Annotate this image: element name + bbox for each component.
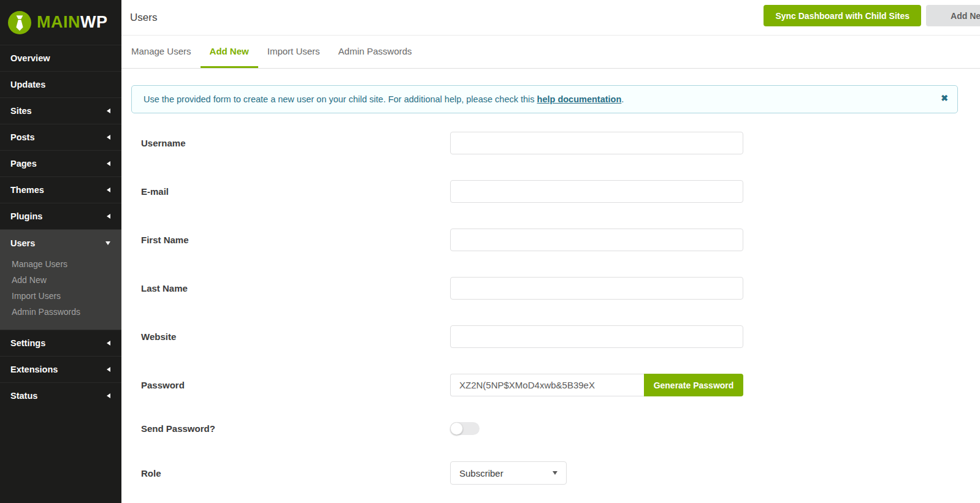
sidebar-item-overview[interactable]: Overview xyxy=(0,45,121,71)
first-name-label: First Name xyxy=(131,235,450,245)
role-dropdown[interactable]: Subscriber xyxy=(450,461,567,485)
sidebar-item-label: Users xyxy=(10,238,35,248)
role-label: Role xyxy=(131,468,450,478)
sidebar-item-status[interactable]: Status xyxy=(0,382,121,409)
last-name-field[interactable] xyxy=(450,277,743,300)
sidebar-item-label: Posts xyxy=(10,132,35,142)
chevron-left-icon xyxy=(107,187,110,192)
role-selected-value: Subscriber xyxy=(459,468,503,478)
sidebar-subitem-admin-passwords[interactable]: Admin Passwords xyxy=(0,304,121,320)
website-field[interactable] xyxy=(450,325,743,348)
sidebar-item-updates[interactable]: Updates xyxy=(0,71,121,97)
sidebar-item-extensions[interactable]: Extensions xyxy=(0,356,121,382)
sidebar-item-pages[interactable]: Pages xyxy=(0,150,121,176)
email-label: E-mail xyxy=(131,186,450,197)
brand-name: MAINWP xyxy=(37,13,108,32)
sidebar: MAINWP Overview Updates Sites Posts Page… xyxy=(0,0,121,503)
page-title: Users xyxy=(130,12,157,24)
tab-import-users[interactable]: Import Users xyxy=(258,36,329,68)
form-row-send-password: Send Password? xyxy=(131,422,958,435)
sidebar-item-posts[interactable]: Posts xyxy=(0,124,121,150)
sidebar-item-label: Updates xyxy=(10,80,45,89)
sidebar-item-settings[interactable]: Settings xyxy=(0,330,121,356)
add-user-form: Username E-mail First Name Last Name Web… xyxy=(131,132,958,485)
generate-password-button[interactable]: Generate Password xyxy=(644,374,743,396)
chevron-left-icon xyxy=(107,108,110,113)
sidebar-item-sites[interactable]: Sites xyxy=(0,97,121,124)
email-field[interactable] xyxy=(450,180,743,203)
chevron-left-icon xyxy=(107,341,110,346)
chevron-down-icon xyxy=(105,241,110,245)
sidebar-item-label: Sites xyxy=(10,106,32,116)
form-row-password: Password Generate Password xyxy=(131,374,958,396)
add-new-button[interactable]: Add New xyxy=(926,5,980,26)
first-name-field[interactable] xyxy=(450,229,743,251)
tab-bar: Manage Users Add New Import Users Admin … xyxy=(121,36,980,69)
sidebar-subitem-import-users[interactable]: Import Users xyxy=(0,288,121,304)
website-label: Website xyxy=(131,331,450,342)
chevron-left-icon xyxy=(107,135,110,140)
help-documentation-link[interactable]: help documentation xyxy=(537,94,622,104)
sidebar-item-label: Plugins xyxy=(10,211,42,221)
send-password-toggle[interactable] xyxy=(450,422,480,435)
send-password-label: Send Password? xyxy=(131,423,450,434)
main-content: Users Sync Dashboard with Child Sites Ad… xyxy=(121,0,980,485)
tab-add-new[interactable]: Add New xyxy=(201,36,258,68)
sidebar-item-plugins[interactable]: Plugins xyxy=(0,203,121,229)
chevron-left-icon xyxy=(107,393,110,398)
username-label: Username xyxy=(131,138,450,148)
topbar: Users Sync Dashboard with Child Sites Ad… xyxy=(121,0,980,36)
notice-text-suffix: . xyxy=(621,94,624,104)
notice-text: Use the provided form to create a new us… xyxy=(144,94,537,104)
sidebar-item-label: Themes xyxy=(10,185,44,195)
last-name-label: Last Name xyxy=(131,283,450,293)
form-row-email: E-mail xyxy=(131,180,958,203)
sidebar-item-label: Status xyxy=(10,391,37,401)
sidebar-item-users[interactable]: Users xyxy=(0,230,121,256)
sidebar-item-label: Pages xyxy=(10,159,37,168)
sidebar-item-themes[interactable]: Themes xyxy=(0,176,121,203)
sidebar-item-label: Extensions xyxy=(10,365,58,374)
chevron-left-icon xyxy=(107,214,110,219)
content-area: Use the provided form to create a new us… xyxy=(121,69,980,485)
sidebar-item-label: Overview xyxy=(10,53,50,63)
sidebar-subitem-manage-users[interactable]: Manage Users xyxy=(0,256,121,272)
username-field[interactable] xyxy=(450,132,743,154)
dropdown-caret-icon xyxy=(553,471,557,475)
sidebar-item-label: Settings xyxy=(10,338,45,348)
form-row-last-name: Last Name xyxy=(131,277,958,300)
form-row-role: Role Subscriber xyxy=(131,461,958,485)
mainwp-logo[interactable]: MAINWP xyxy=(0,0,121,45)
tab-manage-users[interactable]: Manage Users xyxy=(131,36,201,68)
form-row-first-name: First Name xyxy=(131,229,958,251)
chevron-left-icon xyxy=(107,367,110,372)
form-row-website: Website xyxy=(131,325,958,348)
form-row-username: Username xyxy=(131,132,958,154)
sidebar-group-users: Users Manage Users Add New Import Users … xyxy=(0,229,121,330)
password-field[interactable] xyxy=(450,374,644,396)
password-label: Password xyxy=(131,380,450,390)
mainwp-tie-icon xyxy=(8,11,31,34)
chevron-left-icon xyxy=(107,161,110,166)
sync-dashboard-button[interactable]: Sync Dashboard with Child Sites xyxy=(764,5,921,26)
info-notice: Use the provided form to create a new us… xyxy=(131,85,958,113)
tab-admin-passwords[interactable]: Admin Passwords xyxy=(329,36,421,68)
close-icon[interactable]: ✖ xyxy=(941,94,948,102)
toggle-knob xyxy=(450,422,463,435)
sidebar-subitem-add-new[interactable]: Add New xyxy=(0,272,121,288)
